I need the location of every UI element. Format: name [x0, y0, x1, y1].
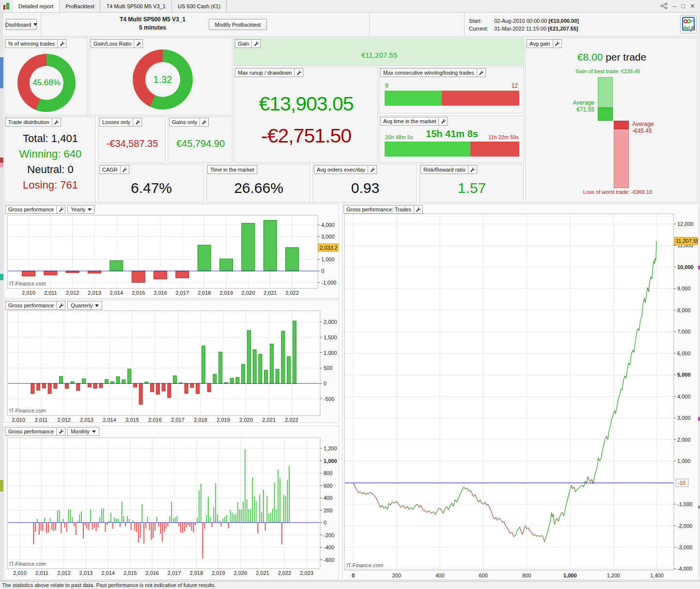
- y-axis-tick-label: -500: [324, 396, 334, 402]
- tab-strategy[interactable]: T4 Multi SP500 M5 V3_1: [100, 0, 171, 12]
- performance-bar: [95, 523, 96, 531]
- x-axis-tick-label: 2,021: [264, 290, 277, 296]
- y-axis-tick-label: 1,000: [677, 458, 691, 464]
- performance-bar: [51, 523, 52, 530]
- y-axis-tick-label: 1,000: [324, 458, 337, 464]
- runup-drawdown-header: Max runup / drawdown: [235, 68, 295, 77]
- modify-probacktest-button[interactable]: Modify ProBacktest: [209, 19, 267, 30]
- watermark: IT-Finance.com: [346, 562, 383, 568]
- performance-bar: [193, 523, 194, 532]
- status-bar-text: The statistics above relate to past data…: [2, 582, 216, 588]
- minimize-button[interactable]: –: [673, 3, 676, 9]
- performance-bar: [145, 523, 146, 528]
- performance-bar: [103, 509, 104, 523]
- performance-bar: [35, 523, 36, 532]
- performance-bar: [155, 523, 156, 531]
- performance-bar: [105, 380, 109, 383]
- performance-bar: [195, 523, 196, 525]
- period-dropdown[interactable]: Quarterly: [67, 301, 102, 310]
- avg-win-labels: Average€71.55: [573, 99, 594, 113]
- wrench-icon[interactable]: [134, 39, 143, 48]
- tab-probacktest[interactable]: ProBacktest: [60, 0, 100, 12]
- tab-label: ProBacktest: [65, 3, 94, 9]
- wrench-icon[interactable]: [295, 68, 303, 77]
- performance-bar: [204, 523, 205, 529]
- tab-detailed-report[interactable]: Detailed report: [13, 0, 60, 12]
- x-axis-tick-label: 200: [392, 573, 401, 578]
- performance-bar: [79, 514, 80, 523]
- avg-gain-panel: Avg gain €8.00 per trade Gain of best tr…: [525, 38, 698, 203]
- performance-bar: [110, 513, 111, 523]
- performance-bar: [199, 491, 200, 523]
- wrench-icon[interactable]: [468, 165, 477, 174]
- performance-bar: [162, 523, 163, 542]
- share-icon[interactable]: [660, 2, 668, 10]
- performance-bar: [164, 523, 165, 532]
- wrench-icon[interactable]: [200, 118, 209, 127]
- wrench-icon[interactable]: [121, 165, 129, 174]
- x-axis-tick-label: 2,017: [171, 417, 185, 422]
- y-axis-tick-label: -1,000: [677, 501, 692, 507]
- wrench-icon[interactable]: [57, 427, 65, 436]
- performance-bar: [285, 496, 286, 523]
- x-axis-tick-label: 2,020: [242, 290, 255, 296]
- performance-bar: [37, 519, 38, 523]
- wrench-icon[interactable]: [52, 118, 61, 127]
- x-axis-tick-label: 2,020: [239, 417, 253, 422]
- x-axis-tick-label: 2,016: [148, 417, 162, 422]
- y-axis-tick-label: 1,000: [324, 350, 337, 356]
- performance-bar: [266, 496, 267, 523]
- report-settings-icon[interactable]: [680, 15, 697, 33]
- wrench-icon[interactable]: [368, 165, 377, 174]
- performance-bar: [283, 495, 284, 523]
- winning-trades: Winning: 640: [4, 148, 96, 160]
- maximize-button[interactable]: □: [681, 3, 685, 9]
- wrench-icon[interactable]: [58, 39, 66, 48]
- tab-instrument[interactable]: US 500 Cash (€1): [172, 0, 227, 12]
- performance-bar: [176, 516, 177, 523]
- x-axis-tick-label: 2,018: [190, 570, 203, 576]
- performance-bar: [81, 511, 82, 523]
- wrench-icon[interactable]: [414, 205, 423, 214]
- performance-bar: [259, 354, 262, 383]
- performance-bar: [97, 523, 98, 527]
- trade-distribution-panel: Trade distribution Total: 1,401 Winning:…: [4, 116, 96, 203]
- performance-bar: [66, 523, 67, 532]
- wrench-icon[interactable]: [553, 39, 562, 48]
- close-button[interactable]: ✕: [690, 3, 695, 9]
- neutral-trades: Neutral: 0: [4, 163, 96, 176]
- x-axis-tick-label: 2,023: [300, 570, 313, 576]
- wrench-icon[interactable]: [57, 205, 65, 214]
- x-axis-tick-label: 2,018: [194, 417, 207, 422]
- y-axis-tick-label: 0: [324, 520, 327, 525]
- avg-gain-line: €8.00 per trade: [526, 51, 698, 63]
- performance-bar: [186, 523, 187, 527]
- performance-bar: [175, 517, 176, 523]
- performance-bar: [191, 523, 192, 531]
- gain-loss-ratio-header: Gain/Loss Ratio: [91, 39, 134, 48]
- wrench-icon[interactable]: [439, 117, 448, 126]
- y-axis-tick-label: 0: [324, 381, 327, 386]
- wrench-icon[interactable]: [57, 301, 65, 310]
- dashboard-dropdown[interactable]: Dashboard: [6, 19, 37, 30]
- x-axis-tick-label: 2,011: [35, 417, 48, 422]
- x-axis-tick-label: 2,019: [217, 417, 230, 422]
- performance-bar: [76, 523, 77, 535]
- watermark: IT-Finance.com: [9, 408, 46, 414]
- performance-bar: [171, 502, 172, 523]
- performance-bar: [156, 517, 157, 523]
- period-dropdown[interactable]: Monthly: [67, 427, 99, 436]
- monthly-performance-chart: 2,0102,0112,0122,0132,0142,0152,0162,017…: [4, 426, 339, 579]
- period-dropdown[interactable]: Yearly: [67, 205, 95, 214]
- yearly-performance-chart: 2,0102,0112,0122,0132,0142,0152,0162,017…: [4, 204, 339, 298]
- chevron-down-icon: [92, 430, 96, 433]
- x-axis-tick-label: 2,016: [154, 290, 167, 296]
- wrench-icon[interactable]: [133, 118, 142, 127]
- performance-bar: [287, 357, 291, 383]
- x-axis-tick-label: 1,000: [563, 573, 577, 578]
- wrench-icon[interactable]: [477, 68, 486, 77]
- performance-bar: [82, 379, 86, 383]
- performance-bar: [178, 523, 179, 526]
- current-label: Current:: [469, 25, 494, 32]
- wrench-icon[interactable]: [252, 39, 261, 48]
